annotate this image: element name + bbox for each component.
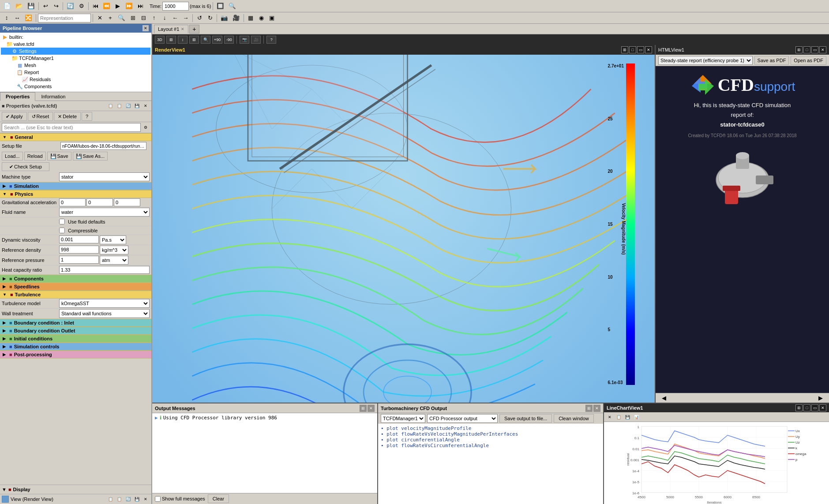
toolbar2-view1[interactable]: ✕ — [95, 13, 105, 23]
output-ctrl1[interactable]: ⊞ — [360, 405, 367, 412]
props-refresh-btn[interactable]: 🔄 — [124, 102, 132, 110]
render-btn-rot2[interactable]: -90 — [224, 36, 234, 44]
compressible-checkbox[interactable] — [59, 228, 65, 233]
components-section-header[interactable]: ▶ ■ Components — [0, 275, 151, 283]
grav-x-input[interactable] — [59, 198, 86, 206]
chart-ctrl3[interactable]: ▭ — [811, 404, 818, 411]
new-button[interactable]: 📄 — [2, 1, 13, 11]
fluid-select[interactable]: water — [59, 208, 150, 217]
ref-density-input[interactable] — [59, 246, 99, 254]
toolbar2-view7[interactable]: ↓ — [160, 13, 169, 23]
ref-density-unit-select[interactable]: kg/m^3 — [100, 246, 128, 254]
toolbar2-select3[interactable]: ▣ — [267, 13, 277, 23]
apply-button[interactable]: ✔ Apply — [2, 112, 27, 121]
refresh-button[interactable]: 🔄 — [65, 1, 76, 11]
chart-ctrl2[interactable]: □ — [803, 404, 810, 411]
toolbar2-view2[interactable]: + — [105, 13, 115, 23]
pipeline-close-btn[interactable]: ✕ — [143, 25, 149, 31]
turbo-ctrl2[interactable]: ✕ — [593, 405, 600, 412]
checksetup-button[interactable]: ✔ Check Setup — [2, 162, 49, 171]
toolbar2-cam1[interactable]: 📷 — [219, 13, 230, 23]
toolbar2-view3[interactable]: 🔍 — [116, 13, 127, 23]
turbo-ctrl1[interactable]: ⊞ — [585, 405, 593, 412]
chart-btn3[interactable]: 💾 — [623, 413, 631, 421]
redo-button[interactable]: ↪ — [51, 1, 61, 11]
html-view-ctrl3[interactable]: ▭ — [811, 46, 818, 53]
render-btn-axes[interactable]: ⊞ — [166, 36, 176, 44]
undo-button[interactable]: ↩ — [41, 1, 50, 11]
use-fluid-defaults-checkbox[interactable] — [59, 219, 65, 224]
html-view-ctrl1[interactable]: ⊞ — [795, 46, 803, 53]
footer-btn5[interactable]: ✕ — [142, 495, 150, 503]
footer-btn3[interactable]: 🔄 — [124, 495, 132, 503]
physics-section-header[interactable]: ▼ ■ Physics — [0, 190, 151, 198]
props-search-input[interactable] — [2, 123, 141, 132]
toolbar2-cam2[interactable]: 🎥 — [231, 13, 242, 23]
footer-btn1[interactable]: 📋 — [106, 495, 114, 503]
toolbar2-view4[interactable]: ⊞ — [128, 13, 138, 23]
chart-ctrl1[interactable]: ⊞ — [795, 404, 803, 411]
delete-button[interactable]: ✕ Delete — [54, 112, 81, 121]
tree-mesh[interactable]: ▦ Mesh — [1, 62, 150, 69]
render-btn-3d[interactable]: 3D — [155, 36, 165, 44]
html-view-ctrl4[interactable]: ✕ — [819, 46, 826, 53]
chart-ctrl4[interactable]: ✕ — [819, 404, 826, 411]
toolbar2-view6[interactable]: ↑ — [149, 13, 159, 23]
add-tab-button[interactable]: + — [189, 25, 199, 34]
simulation-controls-section-header[interactable]: ▶ ■ Simulation controls — [0, 343, 151, 351]
play-begin-button[interactable]: ⏮ — [90, 1, 100, 11]
toolbar2-rot1[interactable]: ↺ — [195, 13, 204, 23]
play-prev-button[interactable]: ⏪ — [101, 1, 112, 11]
props-save-btn[interactable]: 💾 — [133, 102, 141, 110]
footer-btn2[interactable]: 📋 — [115, 495, 123, 503]
tab-properties[interactable]: Properties — [0, 92, 35, 101]
initial-conditions-section-header[interactable]: ▶ ■ Initial conditions — [0, 335, 151, 343]
camera-reset-button[interactable]: 🔲 — [215, 1, 226, 11]
turbulence-section-header[interactable]: ▼ ■ Turbulence — [0, 291, 151, 299]
render-view-ctrl3[interactable]: ▭ — [637, 46, 644, 53]
tab-information[interactable]: Information — [35, 92, 71, 101]
tree-residuals[interactable]: 📈 Residuals — [1, 76, 150, 83]
render-view-ctrl1[interactable]: ⊞ — [621, 46, 628, 53]
wall-treatment-select[interactable]: Standard wall functions — [59, 309, 150, 318]
output-ctrl2[interactable]: ✕ — [368, 405, 375, 412]
general-section-header[interactable]: ▼ ■ General — [0, 133, 151, 141]
clear-button[interactable]: Clear — [208, 494, 229, 503]
file-save-button[interactable]: 💾 Save — [47, 152, 71, 161]
toolbar2-btn3[interactable]: 🔀 — [23, 13, 34, 23]
reset-button[interactable]: ↺ Reset — [28, 112, 53, 121]
render-btn-cam1[interactable]: ↕ — [178, 36, 188, 44]
grav-z-input[interactable] — [114, 198, 140, 206]
render-view-ctrl2[interactable]: □ — [629, 46, 636, 53]
footer-btn4[interactable]: 💾 — [133, 495, 141, 503]
help-button[interactable]: ? — [82, 112, 92, 121]
speedlines-section-header[interactable]: ▶ ■ Speedlines — [0, 283, 151, 291]
layout-tab-close[interactable]: ✕ — [181, 27, 184, 31]
show-full-messages-checkbox[interactable] — [155, 496, 161, 502]
turbulence-model-select[interactable]: kOmegaSST — [59, 299, 150, 308]
chart-btn4[interactable]: 📊 — [632, 413, 640, 421]
render-btn-cam5[interactable]: 🎥 — [251, 36, 261, 44]
dynamic-viscosity-unit-select[interactable]: Pa.s — [100, 235, 126, 244]
turbo-manager-select[interactable]: TCFDManager1 — [381, 414, 425, 423]
post-processing-section-header[interactable]: ▶ ■ Post-processing — [0, 351, 151, 358]
chart-btn1[interactable]: ✕ — [606, 413, 614, 421]
save-output-button[interactable]: Save output to file... — [499, 414, 552, 423]
toolbar2-select2[interactable]: ◉ — [256, 13, 266, 23]
toolbar2-select1[interactable]: ▦ — [246, 13, 255, 23]
setup-file-input[interactable] — [60, 142, 146, 150]
render-btn-cam2[interactable]: ⊞ — [189, 36, 199, 44]
chart-btn2[interactable]: 📋 — [615, 413, 623, 421]
play-next-button[interactable]: ⏩ — [124, 1, 135, 11]
machine-type-select[interactable]: stator — [59, 172, 150, 181]
toolbar2-view9[interactable]: → — [181, 13, 191, 23]
search-settings-btn[interactable]: ⚙ — [142, 123, 150, 131]
time-input[interactable] — [162, 2, 189, 11]
settings-button[interactable]: ⚙ — [77, 1, 86, 11]
html-view-ctrl2[interactable]: □ — [803, 46, 810, 53]
tree-settings[interactable]: ⚙ Settings — [1, 48, 150, 55]
save-pdf-button[interactable]: Save as PDF — [754, 56, 789, 65]
bc-inlet-section-header[interactable]: ▶ ■ Boundary condition : Inlet — [0, 319, 151, 327]
render-btn-cam3[interactable]: 🔍 — [201, 36, 210, 44]
layout-tab[interactable]: Layout #1 ✕ — [154, 25, 188, 34]
